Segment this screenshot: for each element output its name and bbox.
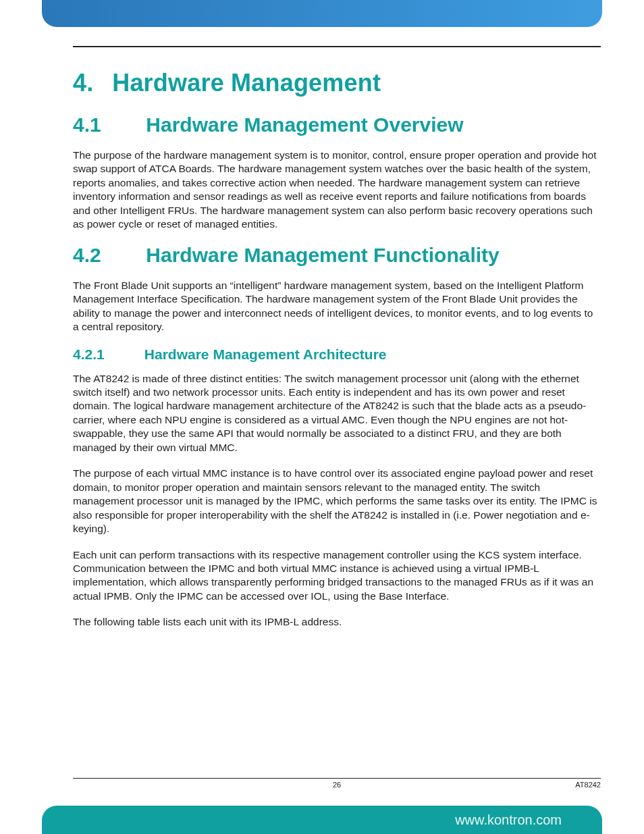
- content-area: 4. Hardware Management 4.1 Hardware Mana…: [73, 46, 601, 642]
- footer: 26 AT8242: [73, 778, 601, 789]
- section-number: 4.2: [73, 244, 140, 267]
- section-number: 4.1: [73, 113, 140, 136]
- section-4-2-heading: 4.2 Hardware Management Functionality: [73, 244, 601, 267]
- subsection-title: Hardware Management Architecture: [144, 346, 387, 362]
- footer-rule: [73, 778, 601, 779]
- paragraph: The following table lists each unit with…: [73, 615, 601, 629]
- top-rule: [73, 46, 601, 47]
- paragraph: The purpose of each virtual MMC instance…: [73, 467, 601, 536]
- chapter-number: 4.: [73, 69, 105, 97]
- paragraph: Each unit can perform transactions with …: [73, 548, 601, 604]
- chapter-heading: 4. Hardware Management: [73, 69, 601, 97]
- paragraph: The AT8242 is made of three distinct ent…: [73, 372, 601, 455]
- section-4-1-heading: 4.1 Hardware Management Overview: [73, 113, 601, 136]
- page-number: 26: [73, 781, 601, 789]
- website-link[interactable]: www.kontron.com: [455, 812, 562, 828]
- top-banner: [42, 0, 602, 27]
- section-title: Hardware Management Overview: [146, 113, 463, 136]
- subsection-4-2-1-heading: 4.2.1 Hardware Management Architecture: [73, 346, 601, 363]
- section-title: Hardware Management Functionality: [146, 244, 499, 266]
- subsection-number: 4.2.1: [73, 346, 140, 363]
- chapter-title: Hardware Management: [112, 69, 381, 97]
- bottom-banner: www.kontron.com: [42, 806, 602, 834]
- paragraph: The Front Blade Unit supports an “intell…: [73, 279, 601, 334]
- paragraph: The purpose of the hardware management s…: [73, 149, 601, 232]
